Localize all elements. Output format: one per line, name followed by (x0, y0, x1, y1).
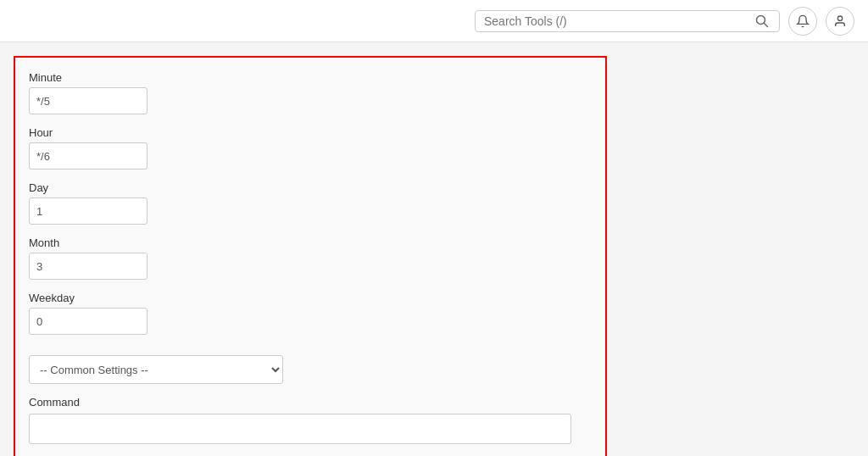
month-field-group: Month (29, 236, 592, 280)
day-field-group: Day (29, 181, 592, 225)
weekday-input[interactable] (29, 308, 147, 335)
user-button[interactable] (826, 7, 854, 36)
minute-label: Minute (29, 71, 592, 84)
svg-point-2 (837, 16, 842, 20)
hour-label: Hour (29, 126, 592, 139)
search-container (475, 10, 780, 32)
search-button[interactable] (754, 14, 771, 28)
bell-icon (796, 14, 810, 28)
weekday-field-group: Weekday (29, 292, 592, 335)
minute-input[interactable] (29, 87, 147, 114)
hour-field-group: Hour (29, 126, 592, 170)
header (0, 0, 868, 42)
notification-button[interactable] (788, 7, 817, 36)
command-input[interactable] (29, 414, 571, 444)
command-field-group: Command (29, 396, 592, 444)
weekday-label: Weekday (29, 292, 592, 304)
user-icon (833, 14, 847, 28)
svg-line-1 (765, 23, 768, 26)
main-content: Minute Hour Day Month Weekday -- Common … (0, 42, 868, 456)
day-label: Day (29, 181, 592, 194)
form-panel: Minute Hour Day Month Weekday -- Common … (14, 56, 607, 456)
hour-input[interactable] (29, 142, 147, 170)
search-icon (755, 14, 769, 28)
command-label: Command (29, 396, 592, 409)
month-label: Month (29, 236, 592, 249)
common-settings-select[interactable]: -- Common Settings -- (29, 355, 283, 384)
month-input[interactable] (29, 253, 147, 280)
search-input[interactable] (484, 14, 754, 28)
day-input[interactable] (29, 197, 147, 225)
minute-field-group: Minute (29, 71, 592, 114)
